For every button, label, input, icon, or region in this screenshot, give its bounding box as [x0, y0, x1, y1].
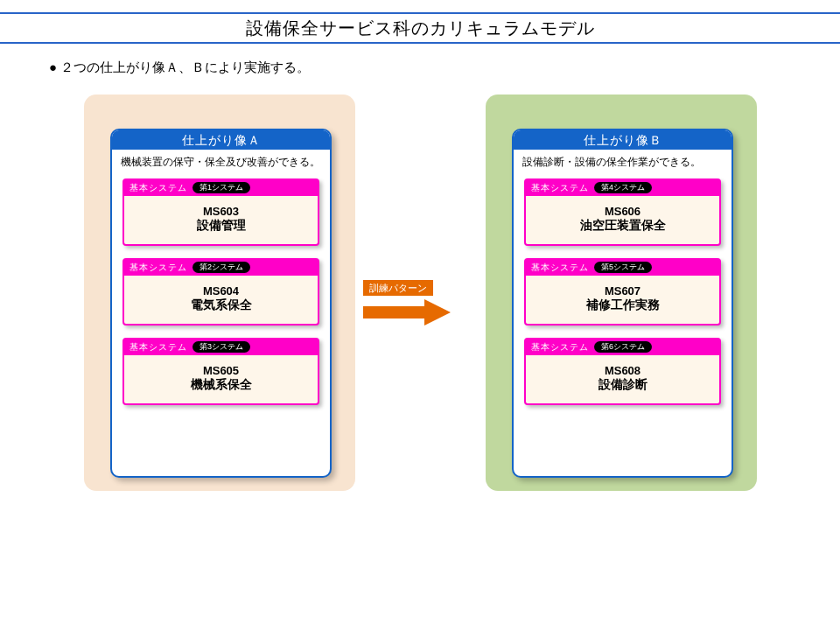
card-a: 仕上がり像Ａ 機械装置の保守・保全及び改善ができる。 基本システム 第1システム…	[110, 129, 332, 478]
module-a-1-name: 設備管理	[128, 218, 314, 234]
module-a-3-system-pill: 第3システム	[192, 341, 250, 353]
module-a-3-system-label: 基本システム	[130, 341, 187, 354]
module-a-3-name: 機械系保全	[128, 377, 314, 393]
module-b-2-name: 補修工作実務	[529, 298, 716, 313]
module-b-1-system-label: 基本システム	[531, 182, 589, 194]
diagram-stage: 仕上がり像Ａ 機械装置の保守・保全及び改善ができる。 基本システム 第1システム…	[0, 76, 840, 601]
module-b-2-code: MS607	[529, 284, 716, 298]
module-a-2-code: MS604	[128, 284, 314, 298]
module-b-2-system-label: 基本システム	[531, 262, 589, 274]
module-a-2: 基本システム 第2システム MS604 電気系保全	[122, 258, 319, 326]
module-a-2-system-pill: 第2システム	[192, 262, 250, 273]
module-a-1-code: MS603	[128, 205, 314, 218]
module-b-3-system-label: 基本システム	[531, 341, 589, 354]
module-a-3-code: MS605	[128, 364, 314, 377]
module-a-1-system-label: 基本システム	[130, 182, 187, 194]
card-a-header: 仕上がり像Ａ	[112, 130, 330, 150]
module-b-3-code: MS608	[529, 364, 716, 377]
panel-b: 仕上がり像Ｂ 設備診断・設備の保全作業ができる。 基本システム 第4システム M…	[486, 94, 757, 491]
arrow-icon	[363, 299, 451, 326]
module-b-3-name: 設備診断	[529, 377, 716, 393]
card-b-description: 設備診断・設備の保全作業ができる。	[514, 150, 732, 178]
card-b-header: 仕上がり像Ｂ	[514, 130, 732, 150]
arrow-label: 訓練パターン	[363, 280, 433, 296]
subtitle-text: ２つの仕上がり像Ａ、Ｂにより実施する。	[49, 60, 840, 76]
module-a-2-name: 電気系保全	[128, 298, 314, 313]
module-a-3: 基本システム 第3システム MS605 機械系保全	[122, 338, 319, 405]
module-b-1-name: 油空圧装置保全	[529, 218, 716, 234]
training-pattern-arrow: 訓練パターン	[363, 280, 477, 326]
module-b-2: 基本システム 第5システム MS607 補修工作実務	[524, 258, 721, 326]
panel-a: 仕上がり像Ａ 機械装置の保守・保全及び改善ができる。 基本システム 第1システム…	[84, 94, 355, 491]
module-a-2-system-label: 基本システム	[130, 262, 187, 274]
svg-marker-0	[363, 299, 451, 326]
module-b-1-code: MS606	[529, 205, 716, 218]
module-b-2-system-pill: 第5システム	[594, 262, 652, 273]
card-a-description: 機械装置の保守・保全及び改善ができる。	[112, 150, 330, 178]
card-b: 仕上がり像Ｂ 設備診断・設備の保全作業ができる。 基本システム 第4システム M…	[512, 129, 733, 478]
module-b-1-system-pill: 第4システム	[594, 182, 652, 193]
module-b-3: 基本システム 第6システム MS608 設備診断	[524, 338, 721, 405]
module-a-1-system-pill: 第1システム	[192, 182, 250, 193]
module-b-3-system-pill: 第6システム	[594, 341, 652, 353]
module-a-1: 基本システム 第1システム MS603 設備管理	[122, 178, 319, 246]
module-b-1: 基本システム 第4システム MS606 油空圧装置保全	[524, 178, 721, 246]
page-title: 設備保全サービス科のカリキュラムモデル	[0, 12, 840, 44]
